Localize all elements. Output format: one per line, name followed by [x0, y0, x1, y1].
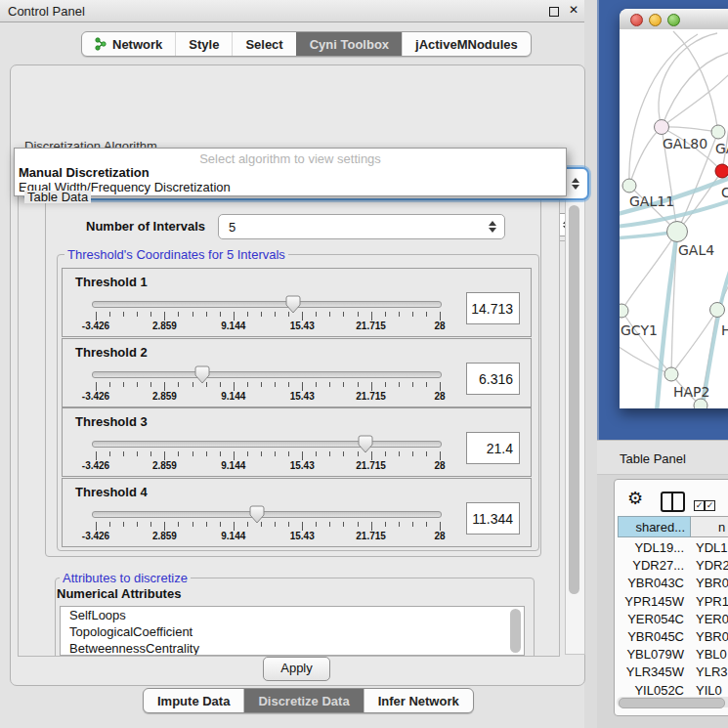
network-node[interactable] [664, 367, 678, 381]
panel-title: Control Panel [8, 4, 85, 19]
threshold-panel-3: Threshold 3-3.4262.8599.14415.4321.71528… [62, 407, 532, 477]
table-panel-body: ⚙ ✓ ✓ shared... n YDL19...YDL1YDR27...YD… [614, 479, 728, 716]
threshold-value-field[interactable]: 6.316 [466, 363, 520, 395]
cell-shared-name[interactable]: YBR045C [618, 628, 684, 646]
control-panel-titlebar: Control Panel ✕ [0, 0, 584, 22]
gear-icon[interactable]: ⚙ [627, 490, 643, 507]
tab-select[interactable]: Select [232, 32, 295, 56]
cell-name[interactable]: YIL0 [696, 682, 728, 695]
tab-network[interactable]: Network [82, 32, 175, 56]
viewport-scrollbar-thumb[interactable] [569, 205, 579, 594]
cell-name[interactable]: YLR3 [696, 664, 728, 681]
attributes-scrollbar-thumb[interactable] [510, 609, 521, 653]
numerical-attributes-list[interactable]: SelfLoopsTopologicalCoefficientBetweenne… [60, 606, 525, 656]
network-node[interactable] [655, 120, 669, 135]
cell-name[interactable]: YBR0 [696, 575, 728, 592]
column-header-name[interactable]: n [691, 516, 728, 537]
network-canvas[interactable]: GAL80GALCGAL11GAL4GCY1HHAP2 [620, 29, 728, 408]
bottom-tab-infer-network[interactable]: Infer Network [364, 689, 473, 712]
network-node[interactable] [622, 179, 636, 193]
threshold-slider-track[interactable] [92, 371, 442, 378]
tab-jactivemnodules[interactable]: jActiveMNodules [402, 32, 531, 56]
viewport-scrollbar[interactable] [565, 180, 585, 655]
cell-shared-name[interactable]: YLR345W [618, 664, 684, 681]
cell-name[interactable]: YDL1 [696, 539, 728, 557]
table-row[interactable]: YBR043CYBR0 [618, 575, 728, 592]
network-node[interactable] [711, 125, 725, 139]
table-row[interactable]: YBL079WYBL0 [618, 646, 728, 664]
tab-label: Cyni Toolbox [310, 37, 389, 52]
table-row[interactable]: YDR27...YDR2 [618, 557, 728, 575]
attribute-list-item[interactable]: SelfLoops [61, 607, 524, 623]
cell-name[interactable]: YDR2 [696, 557, 728, 575]
bottom-tab-discretize-data[interactable]: Discretize Data [243, 689, 363, 712]
columns-icon[interactable] [661, 492, 685, 512]
cell-shared-name[interactable]: YDR27... [618, 557, 684, 575]
cell-name[interactable]: YER0 [696, 611, 728, 628]
table-row[interactable]: YDL19...YDL1 [618, 539, 728, 557]
slider-ticks [96, 451, 440, 460]
zoom-traffic-light-icon[interactable] [667, 14, 680, 26]
tab-bar: NetworkStyleSelectCyni ToolboxjActiveMNo… [0, 29, 584, 57]
cell-shared-name[interactable]: YER054C [618, 611, 684, 628]
tab-label: jActiveMNodules [415, 37, 518, 52]
numerical-attributes-label: Numerical Attributes [57, 586, 181, 601]
table-row[interactable]: YER054CYER0 [618, 611, 728, 628]
float-icon[interactable] [549, 7, 559, 17]
cell-shared-name[interactable]: YDL19... [618, 539, 684, 557]
cell-name[interactable]: YBL0 [696, 646, 728, 664]
table-row[interactable]: YPR145WYPR1 [618, 593, 728, 611]
number-of-intervals-value: 5 [219, 220, 504, 235]
slider-tick-labels: -3.4262.8599.14415.4321.71528 [96, 321, 440, 332]
bottom-tab-impute-data[interactable]: Impute Data [144, 689, 243, 712]
table-panel-title: Table Panel [620, 451, 686, 466]
node-label: GCY1 [621, 322, 658, 338]
tab-group: NetworkStyleSelectCyni ToolboxjActiveMNo… [81, 31, 532, 57]
apply-button[interactable]: Apply [263, 657, 330, 681]
threshold-slider-track[interactable] [92, 511, 442, 518]
network-node[interactable] [620, 304, 628, 318]
thresholds-group-title: Threshold's Coordinates for 5 Intervals [64, 248, 288, 261]
tab-style[interactable]: Style [175, 32, 232, 56]
network-node[interactable] [667, 222, 688, 242]
threshold-slider-track[interactable] [92, 441, 442, 448]
threshold-value-field[interactable]: 21.4 [466, 432, 520, 464]
node-attribute-table[interactable]: shared... n YDL19...YDL1YDR27...YDR2YBR0… [618, 516, 728, 695]
dropdown-item-manual-discretization[interactable]: Manual Discretization [19, 165, 150, 180]
threshold-value-field[interactable]: 11.344 [466, 502, 520, 535]
cell-name[interactable]: YBR0 [696, 628, 728, 646]
close-icon[interactable]: ✕ [569, 3, 578, 17]
cell-shared-name[interactable]: YBR043C [618, 575, 684, 592]
attribute-list-item[interactable]: TopologicalCoefficient [61, 623, 524, 640]
table-row[interactable]: YLR345WYLR3 [618, 664, 728, 681]
cell-shared-name[interactable]: YPR145W [618, 593, 684, 611]
network-node[interactable] [710, 303, 725, 318]
threshold-value-field[interactable]: 14.713 [466, 292, 520, 324]
attribute-list-item[interactable]: BetweennessCentrality [61, 640, 524, 656]
cell-name[interactable]: YPR1 [696, 593, 728, 611]
column-header-shared-name[interactable]: shared... [618, 516, 691, 537]
cell-shared-name[interactable]: YIL052C [618, 682, 684, 695]
threshold-label: Threshold 2 [75, 345, 148, 360]
close-traffic-light-icon[interactable] [630, 14, 643, 26]
network-node[interactable] [694, 399, 707, 408]
network-window-titlebar[interactable] [620, 9, 728, 30]
threshold-slider-track[interactable] [92, 301, 442, 308]
tab-cyni-toolbox[interactable]: Cyni Toolbox [296, 32, 402, 56]
minimize-traffic-light-icon[interactable] [649, 14, 662, 26]
table-row[interactable]: YIL052CYIL0 [618, 682, 728, 695]
table-horizontal-scrollbar-thumb[interactable] [619, 698, 725, 708]
number-of-intervals-combobox[interactable]: 5 [218, 214, 505, 239]
select-all-icon[interactable]: ✓ [694, 500, 705, 511]
select-all-icon[interactable]: ✓ [705, 500, 715, 511]
tab-label: Network [112, 37, 162, 52]
threshold-panel-4: Threshold 4-3.4262.8599.14415.4321.71528… [62, 478, 532, 547]
settings-scroll-viewport: Interval Definition Number of Intervals … [18, 180, 560, 657]
network-icon [95, 37, 107, 51]
table-panel-titlebar: Table Panel [597, 440, 728, 475]
table-row[interactable]: YBR045CYBR0 [618, 628, 728, 646]
table-horizontal-scrollbar[interactable] [617, 697, 728, 707]
cell-shared-name[interactable]: YBL079W [618, 646, 684, 664]
node-label: H [721, 322, 728, 338]
network-node[interactable] [715, 164, 728, 178]
